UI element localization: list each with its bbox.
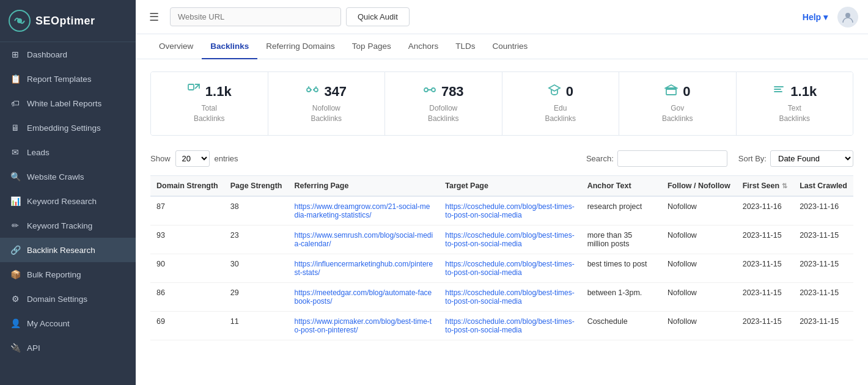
follow-nofollow-cell: Nofollow bbox=[661, 254, 737, 282]
first-seen-cell: 2023-11-15 bbox=[737, 225, 793, 254]
stat-top-dofollow-backlinks: 783 bbox=[395, 83, 492, 100]
sidebar-item-embedding-settings[interactable]: 🖥Embedding Settings bbox=[0, 116, 136, 140]
first-seen-cell: 2023-11-16 bbox=[737, 196, 793, 226]
sidebar-item-my-account[interactable]: 👤My Account bbox=[0, 311, 136, 336]
target-page-cell-link[interactable]: https://coschedule.com/blog/best-times-t… bbox=[445, 202, 574, 219]
sidebar-item-keyword-research[interactable]: 📊Keyword Research bbox=[0, 189, 136, 213]
stat-top-edu-backlinks: 0 bbox=[512, 83, 609, 100]
sidebar-nav: ⊞Dashboard📋Report Templates🏷White Label … bbox=[0, 42, 136, 360]
stat-label-gov-backlinks: GovBacklinks bbox=[629, 103, 726, 124]
nav-label-backlink-research: Backlink Research bbox=[27, 246, 95, 255]
referring-page-cell-link[interactable]: https://www.semrush.com/blog/social-medi… bbox=[294, 231, 433, 248]
referring-page-cell-link[interactable]: https://meetedgar.com/blog/automate-face… bbox=[294, 288, 432, 306]
nav-label-domain-settings: Domain Settings bbox=[27, 295, 87, 304]
referring-page-cell-link[interactable]: https://www.dreamgrow.com/21-social-medi… bbox=[294, 202, 430, 219]
sidebar-item-leads[interactable]: ✉Leads bbox=[0, 140, 136, 164]
referring-page-cell[interactable]: https://www.picmaker.com/blog/best-time-… bbox=[288, 311, 439, 340]
domain-strength-cell: 90 bbox=[150, 254, 224, 282]
user-avatar[interactable] bbox=[837, 7, 858, 28]
target-page-cell[interactable]: https://coschedule.com/blog/best-times-t… bbox=[439, 196, 581, 226]
target-page-cell[interactable]: https://coschedule.com/blog/best-times-t… bbox=[439, 311, 581, 340]
show-label: Show bbox=[150, 154, 171, 163]
tabs-bar: OverviewBacklinksReferring DomainsTop Pa… bbox=[136, 34, 868, 59]
logo-text: SEOptimer bbox=[35, 15, 95, 28]
avatar-icon bbox=[841, 10, 855, 24]
url-input[interactable] bbox=[170, 7, 341, 26]
last-crawled-cell: 2023-11-15 bbox=[793, 311, 853, 340]
referring-page-cell[interactable]: https://www.semrush.com/blog/social-medi… bbox=[288, 225, 439, 254]
stat-card-edu-backlinks: 0 EduBacklinks bbox=[502, 72, 620, 135]
referring-page-cell-link[interactable]: https://www.picmaker.com/blog/best-time-… bbox=[294, 317, 432, 334]
target-page-cell[interactable]: https://coschedule.com/blog/best-times-t… bbox=[439, 254, 581, 282]
tab-overview[interactable]: Overview bbox=[150, 34, 202, 59]
sidebar-item-keyword-tracking[interactable]: ✏Keyword Tracking bbox=[0, 213, 136, 238]
sortby-select[interactable]: Date FoundDomain StrengthPage Strength bbox=[770, 150, 853, 167]
search-input[interactable] bbox=[617, 150, 727, 167]
target-page-cell[interactable]: https://coschedule.com/blog/best-times-t… bbox=[439, 225, 581, 254]
stat-label-text-backlinks: TextBacklinks bbox=[746, 103, 844, 124]
svg-point-1 bbox=[17, 18, 22, 23]
follow-nofollow-cell: Nofollow bbox=[661, 225, 737, 254]
svg-point-6 bbox=[424, 88, 428, 92]
tab-countries[interactable]: Countries bbox=[484, 34, 536, 59]
target-page-cell-link[interactable]: https://coschedule.com/blog/best-times-t… bbox=[445, 231, 574, 248]
referring-page-cell[interactable]: https://www.dreamgrow.com/21-social-medi… bbox=[288, 196, 439, 226]
sidebar-item-backlink-research[interactable]: 🔗Backlink Research bbox=[0, 238, 136, 262]
nav-icon-keyword-tracking: ✏ bbox=[10, 220, 21, 231]
main-area: ☰ Quick Audit Help ▾ OverviewBacklinksRe… bbox=[136, 0, 868, 385]
nav-label-report-templates: Report Templates bbox=[27, 75, 92, 84]
entries-label: entries bbox=[215, 154, 238, 163]
target-page-cell-link[interactable]: https://coschedule.com/blog/best-times-t… bbox=[445, 317, 574, 334]
sidebar-item-api[interactable]: 🔌API bbox=[0, 336, 136, 360]
stat-top-nofollow-backlinks: 347 bbox=[278, 83, 375, 100]
nav-label-dashboard: Dashboard bbox=[27, 50, 67, 59]
nav-icon-api: 🔌 bbox=[10, 342, 21, 353]
quick-audit-button[interactable]: Quick Audit bbox=[346, 7, 410, 26]
nav-icon-my-account: 👤 bbox=[10, 318, 21, 329]
nav-label-leads: Leads bbox=[27, 148, 50, 157]
sidebar-item-report-templates[interactable]: 📋Report Templates bbox=[0, 67, 136, 91]
sort-icon-first-seen: ⇅ bbox=[782, 182, 787, 190]
nav-label-keyword-tracking: Keyword Tracking bbox=[27, 221, 92, 230]
tab-anchors[interactable]: Anchors bbox=[400, 34, 447, 59]
target-page-cell-link[interactable]: https://coschedule.com/blog/best-times-t… bbox=[445, 260, 574, 277]
nav-icon-domain-settings: ⚙ bbox=[10, 293, 21, 304]
help-button[interactable]: Help ▾ bbox=[803, 12, 828, 22]
follow-nofollow-cell: Nofollow bbox=[661, 311, 737, 340]
domain-strength-cell: 69 bbox=[150, 311, 224, 340]
target-page-cell-link[interactable]: https://coschedule.com/blog/best-times-t… bbox=[445, 288, 574, 306]
stat-icon-nofollow-backlinks bbox=[306, 83, 319, 100]
svg-rect-3 bbox=[188, 84, 194, 90]
tab-tlds[interactable]: TLDs bbox=[447, 34, 484, 59]
referring-page-cell-link[interactable]: https://influencermarketinghub.com/pinte… bbox=[294, 260, 433, 277]
nav-label-embedding-settings: Embedding Settings bbox=[27, 123, 101, 133]
table-body: 8738https://www.dreamgrow.com/21-social-… bbox=[150, 196, 853, 340]
nav-icon-keyword-research: 📊 bbox=[10, 196, 21, 207]
tab-top-pages[interactable]: Top Pages bbox=[344, 34, 400, 59]
entries-select[interactable]: 102050100 bbox=[175, 150, 210, 167]
tab-referring-domains[interactable]: Referring Domains bbox=[257, 34, 344, 59]
stat-card-dofollow-backlinks: 783 DofollowBacklinks bbox=[385, 72, 502, 135]
nav-icon-website-crawls: 🔍 bbox=[10, 171, 21, 182]
sidebar-item-website-crawls[interactable]: 🔍Website Crawls bbox=[0, 164, 136, 189]
tab-backlinks[interactable]: Backlinks bbox=[202, 34, 257, 59]
stat-value-dofollow-backlinks: 783 bbox=[441, 84, 464, 100]
anchor-text-cell: research project bbox=[581, 196, 661, 226]
sidebar-item-white-label-reports[interactable]: 🏷White Label Reports bbox=[0, 91, 136, 116]
sidebar-item-domain-settings[interactable]: ⚙Domain Settings bbox=[0, 287, 136, 311]
referring-page-cell[interactable]: https://influencermarketinghub.com/pinte… bbox=[288, 254, 439, 282]
seoptimer-logo-icon bbox=[9, 10, 31, 32]
hamburger-button[interactable]: ☰ bbox=[145, 7, 163, 28]
referring-page-cell[interactable]: https://meetedgar.com/blog/automate-face… bbox=[288, 282, 439, 311]
stat-value-text-backlinks: 1.1k bbox=[790, 84, 817, 100]
target-page-cell[interactable]: https://coschedule.com/blog/best-times-t… bbox=[439, 282, 581, 311]
stat-label-edu-backlinks: EduBacklinks bbox=[512, 103, 609, 124]
search-group: Search: Sort By: Date FoundDomain Streng… bbox=[586, 150, 853, 167]
sidebar-item-bulk-reporting[interactable]: 📦Bulk Reporting bbox=[0, 262, 136, 287]
topbar: ☰ Quick Audit Help ▾ bbox=[136, 0, 868, 34]
search-label: Search: bbox=[586, 154, 614, 163]
page-strength-cell: 38 bbox=[224, 196, 289, 226]
stat-value-edu-backlinks: 0 bbox=[566, 84, 573, 100]
col-header-first-seen[interactable]: First Seen⇅ bbox=[737, 175, 793, 196]
sidebar-item-dashboard[interactable]: ⊞Dashboard bbox=[0, 42, 136, 67]
